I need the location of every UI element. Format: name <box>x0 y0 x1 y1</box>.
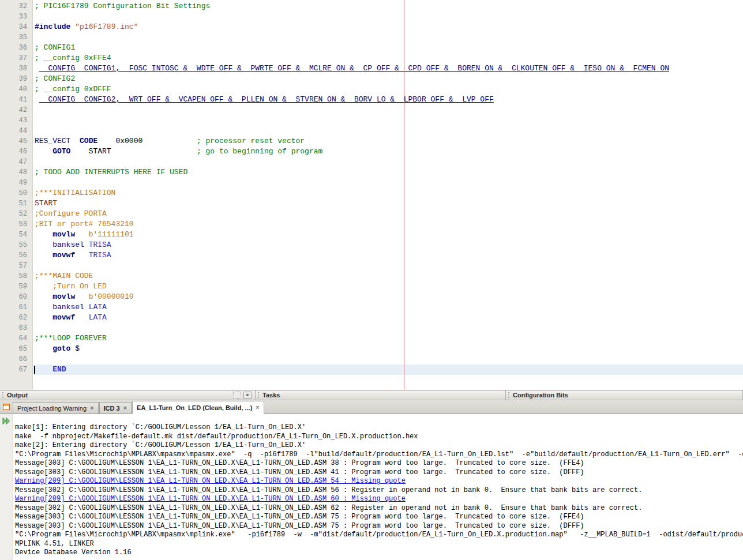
mplab-ide-window: 32; PIC16F1789 Configuration Bit Setting… <box>0 0 743 560</box>
output-panel-header[interactable]: Output × <box>0 390 256 400</box>
line-number[interactable]: 33 <box>0 12 33 22</box>
code-line[interactable]: 47 <box>0 157 743 167</box>
line-number[interactable]: 41 <box>0 95 33 105</box>
code-line[interactable]: 60 movlw b'00000010 <box>0 292 743 302</box>
code-text: START <box>33 198 743 209</box>
code-line[interactable]: 57 <box>0 261 743 271</box>
output-tab-label: EA_L1-Turn_On_LED (Clean, Build, ...) <box>137 404 252 411</box>
code-line[interactable]: 52;Configure PORTA <box>0 209 743 219</box>
line-number[interactable]: 60 <box>0 292 33 302</box>
line-number[interactable]: 38 <box>0 63 33 74</box>
code-text: ; __config 0xFFE4 <box>33 53 743 63</box>
line-number[interactable]: 61 <box>0 302 33 313</box>
line-number[interactable]: 57 <box>0 261 33 271</box>
line-number[interactable]: 45 <box>0 136 33 146</box>
configuration-bits-panel-header[interactable]: Configuration Bits <box>506 390 743 400</box>
line-number[interactable]: 34 <box>0 22 33 32</box>
line-number[interactable]: 66 <box>0 354 33 364</box>
code-line[interactable]: 64;***LOOP FOREVER <box>0 333 743 344</box>
build-warning-link[interactable]: Warning[209] C:\GOOLIGUM\LESSON 1\EA_L1-… <box>15 477 743 486</box>
line-number[interactable]: 35 <box>0 32 33 43</box>
code-line[interactable]: 35 <box>0 32 743 43</box>
code-line[interactable]: 49 <box>0 178 743 188</box>
code-line[interactable]: 38 __CONFIG _CONFIG1, _FOSC_INTOSC & _WD… <box>0 63 743 74</box>
line-number[interactable]: 37 <box>0 53 33 63</box>
code-editor[interactable]: 32; PIC16F1789 Configuration Bit Setting… <box>0 0 743 390</box>
line-number[interactable]: 51 <box>0 198 33 209</box>
console-line: Message[303] C:\GOOLIGUM\LESSON 1\EA_L1-… <box>15 513 743 522</box>
rerun-build-icon[interactable] <box>2 416 10 423</box>
line-number[interactable]: 44 <box>0 126 33 136</box>
code-line[interactable]: 41 __CONFIG _CONFIG2, _WRT_OFF & _VCAPEN… <box>0 95 743 105</box>
code-line[interactable]: 56 movwf TRISA <box>0 250 743 261</box>
code-line[interactable]: 42 <box>0 105 743 115</box>
line-number[interactable]: 36 <box>0 43 33 53</box>
code-line[interactable]: 58;***MAIN CODE <box>0 271 743 281</box>
code-line[interactable]: 53;BIT or port# 76543210 <box>0 219 743 230</box>
line-number[interactable]: 67 <box>0 364 33 375</box>
line-number[interactable]: 54 <box>0 230 33 240</box>
line-number[interactable]: 63 <box>0 323 33 333</box>
build-console[interactable]: make[1]: Entering directory `C:/GOOLIGUM… <box>13 414 743 560</box>
line-number[interactable]: 59 <box>0 281 33 292</box>
line-number[interactable]: 52 <box>0 209 33 219</box>
line-number[interactable]: 56 <box>0 250 33 261</box>
code-line[interactable]: 36; CONFIG1 <box>0 43 743 53</box>
line-number[interactable]: 42 <box>0 105 33 115</box>
code-text <box>33 323 743 333</box>
code-line[interactable]: 46 GOTO START ; go to beginning of progr… <box>0 146 743 157</box>
code-line[interactable]: 43 <box>0 115 743 126</box>
code-line[interactable]: 39; CONFIG2 <box>0 74 743 84</box>
tab-close-icon[interactable]: × <box>123 405 127 411</box>
code-line[interactable]: 44 <box>0 126 743 136</box>
line-number[interactable]: 48 <box>0 167 33 178</box>
code-line[interactable]: 55 banksel TRISA <box>0 240 743 250</box>
code-line[interactable]: 32; PIC16F1789 Configuration Bit Setting… <box>0 1 743 12</box>
line-number[interactable]: 58 <box>0 271 33 281</box>
float-window-icon[interactable] <box>233 392 241 399</box>
tab-close-icon[interactable]: × <box>256 404 259 411</box>
console-line: make[1]: Entering directory `C:/GOOLIGUM… <box>15 423 743 433</box>
code-line[interactable]: 50;***INITIALISATION <box>0 188 743 198</box>
code-line[interactable]: 59 ;Turn On LED <box>0 281 743 292</box>
code-text: goto $ <box>33 344 743 354</box>
line-number[interactable]: 46 <box>0 146 33 157</box>
line-number[interactable]: 32 <box>0 1 33 12</box>
line-number[interactable]: 43 <box>0 115 33 126</box>
code-line[interactable]: 33 <box>0 12 743 22</box>
code-line[interactable]: 65 goto $ <box>0 344 743 354</box>
line-number[interactable]: 50 <box>0 188 33 198</box>
output-tab[interactable]: Project Loading Warning× <box>13 402 99 414</box>
code-line[interactable]: 62 movwf LATA <box>0 313 743 323</box>
code-line[interactable]: 51START <box>0 198 743 209</box>
code-line[interactable]: 61 banksel LATA <box>0 302 743 313</box>
line-number[interactable]: 39 <box>0 74 33 84</box>
line-number[interactable]: 53 <box>0 219 33 230</box>
code-line[interactable]: 66 <box>0 354 743 364</box>
code-line[interactable]: 48; TODO ADD INTERRUPTS HERE IF USED <box>0 167 743 178</box>
code-text: RES_VECT CODE 0x0000 ; processor reset v… <box>33 136 743 146</box>
line-number[interactable]: 47 <box>0 157 33 167</box>
code-line[interactable]: 45RES_VECT CODE 0x0000 ; processor reset… <box>0 136 743 146</box>
line-number[interactable]: 62 <box>0 313 33 323</box>
close-window-icon[interactable]: × <box>243 392 252 399</box>
code-line[interactable]: 34#include "p16F1789.inc" <box>0 22 743 32</box>
code-line[interactable]: 54 movlw b'11111101 <box>0 230 743 240</box>
tasks-panel-header[interactable]: Tasks <box>256 390 506 400</box>
code-line[interactable]: 37; __config 0xFFE4 <box>0 53 743 63</box>
code-line[interactable]: 40; __config 0xDFFF <box>0 84 743 95</box>
line-number[interactable]: 64 <box>0 333 33 344</box>
drag-grip-icon[interactable] <box>2 392 3 398</box>
drag-grip-icon[interactable] <box>258 392 259 398</box>
output-tab[interactable]: ICD 3× <box>99 402 132 414</box>
build-warning-link[interactable]: Warning[209] C:\GOOLIGUM\LESSON 1\EA_L1-… <box>15 495 743 504</box>
line-number[interactable]: 65 <box>0 344 33 354</box>
code-line[interactable]: 63 <box>0 323 743 333</box>
code-line[interactable]: 67 END <box>0 364 743 375</box>
drag-grip-icon[interactable] <box>508 392 509 398</box>
output-tab[interactable]: EA_L1-Turn_On_LED (Clean, Build, ...)× <box>132 401 264 414</box>
line-number[interactable]: 49 <box>0 178 33 188</box>
line-number[interactable]: 55 <box>0 240 33 250</box>
tab-close-icon[interactable]: × <box>90 405 93 411</box>
line-number[interactable]: 40 <box>0 84 33 95</box>
